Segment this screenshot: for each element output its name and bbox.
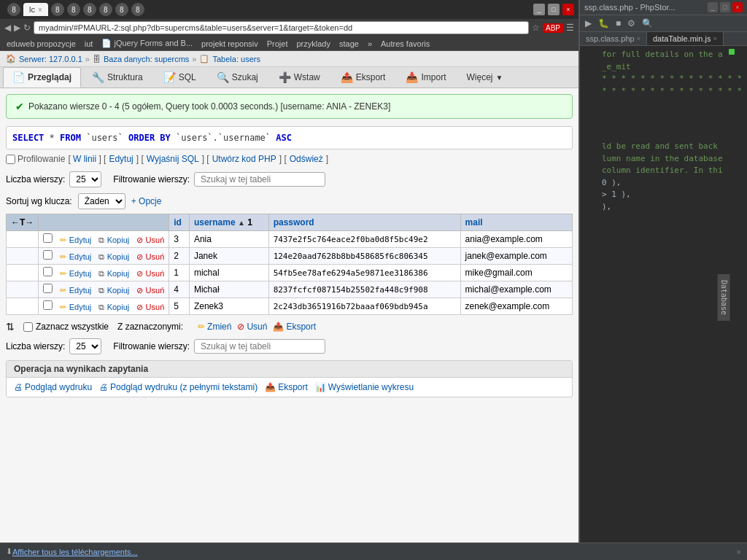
delete-row-link[interactable]: Usuń [146, 269, 165, 278]
bookmark-iut[interactable]: iut [82, 39, 96, 49]
bookmark-jquery[interactable]: 📄 jQuery Forms and B... [99, 38, 195, 49]
copy-row-link[interactable]: Kopiuj [107, 269, 130, 278]
window-maximize-btn[interactable]: □ [548, 4, 560, 15]
bookmark-more[interactable]: » [365, 39, 374, 49]
copy-row-link[interactable]: Kopiuj [107, 236, 130, 244]
search-ide-icon[interactable]: 🔍 [640, 17, 655, 30]
copy-row-link[interactable]: Kopiuj [107, 303, 130, 311]
bookmark-icon[interactable]: ☆ [532, 23, 540, 33]
breadcrumb-table-link[interactable]: Tabela: users [212, 55, 260, 63]
bookmark-przyklady[interactable]: przyklady [294, 39, 332, 49]
filter-input-2[interactable] [194, 339, 325, 354]
tab-export[interactable]: 📤 Eksport [331, 67, 395, 88]
tab-structure[interactable]: 🔧 Struktura [82, 67, 152, 88]
select-all-label[interactable]: Zaznacz wszystkie [23, 322, 109, 332]
rows-per-page-select-2[interactable]: 25 [69, 338, 101, 354]
ide-minimize-btn[interactable]: _ [708, 2, 718, 12]
breadcrumb-db-link[interactable]: Baza danych: supercms [104, 55, 189, 63]
edit-link[interactable]: Edytuj [109, 154, 133, 164]
ide-restore-btn[interactable]: □ [720, 2, 730, 12]
edit-row-link[interactable]: Edytuj [69, 303, 92, 311]
search-tab-icon: 🔍 [217, 71, 229, 83]
export-op-link[interactable]: 📤 Eksport [265, 382, 308, 392]
explain-link[interactable]: Wyjaśnij SQL [147, 154, 199, 164]
database-sidebar-label[interactable]: Database [717, 273, 729, 320]
refresh-icon[interactable]: ↻ [23, 23, 31, 33]
edit-row-link[interactable]: Edytuj [69, 236, 92, 244]
select-all-checkbox[interactable] [23, 322, 33, 332]
browser-tab-active[interactable]: lc × [23, 3, 48, 16]
edit-row-link[interactable]: Edytuj [69, 252, 92, 261]
delete-row-link[interactable]: Usuń [146, 303, 165, 311]
bookmark-autres[interactable]: Autres favoris [379, 39, 432, 49]
filter-input[interactable] [194, 172, 325, 187]
col-id[interactable]: id [169, 214, 190, 231]
edit-row-link[interactable]: Edytuj [69, 286, 92, 295]
profiling-checkbox-label[interactable]: Profilowanie [6, 154, 65, 164]
forward-icon[interactable]: ▶ [14, 23, 20, 33]
tab-close-btn[interactable]: × [38, 6, 42, 14]
row-checkbox[interactable] [43, 233, 53, 243]
sort-id-link[interactable]: id [174, 217, 182, 228]
tab-insert[interactable]: ➕ Wstaw [269, 67, 330, 88]
bookmark-stage[interactable]: stage [337, 39, 361, 49]
code-line-comment: ld be read and sent back [583, 141, 744, 153]
row-checkbox[interactable] [43, 300, 53, 310]
ide-close-btn[interactable]: × [732, 2, 743, 12]
delete-row-link[interactable]: Usuń [146, 252, 165, 261]
delete-row-link[interactable]: Usuń [146, 236, 165, 244]
create-php-link[interactable]: Utwórz kod PHP [212, 154, 276, 164]
col-mail[interactable]: mail [460, 214, 572, 231]
row-checkbox[interactable] [43, 267, 53, 276]
ide-tab-ssp-close[interactable]: × [637, 35, 640, 42]
ide-tab-datatable-close[interactable]: × [713, 35, 716, 42]
ide-tab-ssp[interactable]: ssp.class.php × [580, 32, 647, 45]
row-checkbox[interactable] [43, 250, 53, 260]
sort-mail-link[interactable]: mail [465, 217, 483, 228]
tab-import[interactable]: 📥 Import [396, 67, 455, 88]
tab-browse[interactable]: 📄 Przeglądaj [3, 67, 81, 88]
window-minimize-btn[interactable]: _ [533, 4, 545, 15]
sort-select[interactable]: Żaden [78, 193, 125, 209]
profiling-checkbox[interactable] [6, 155, 15, 164]
change-link[interactable]: ✏ Zmień [198, 322, 231, 332]
window-close-btn[interactable]: × [562, 4, 574, 15]
data-table: ←T→ id username ▲ 1 password [6, 214, 573, 315]
run-icon[interactable]: ▶ [583, 17, 594, 30]
options-link[interactable]: + Opcje [131, 196, 162, 206]
stop-icon[interactable]: ■ [614, 17, 623, 30]
address-bar[interactable]: myadmin/#PMAURL-2:sql.php?db=supercms&ta… [34, 21, 529, 34]
copy-row-link[interactable]: Kopiuj [107, 286, 130, 295]
bookmark-projet[interactable]: Projet [265, 39, 290, 49]
delete-zaznaczone-link[interactable]: ⊘ Usuń [237, 322, 267, 332]
cell-id: 1 [169, 265, 190, 281]
col-password[interactable]: password [268, 214, 460, 231]
delete-row-link[interactable]: Usuń [146, 286, 165, 295]
tab-more[interactable]: Więcej ▼ [457, 68, 512, 87]
sort-password-link[interactable]: password [274, 217, 314, 228]
ide-tab-datatable[interactable]: dataTable.min.js × [647, 32, 724, 45]
print-link[interactable]: 🖨 Podgląd wydruku [14, 382, 92, 392]
back-icon[interactable]: ◀ [4, 23, 11, 33]
bookmark-projekt[interactable]: projekt reponsiv [199, 39, 260, 49]
copy-row-link[interactable]: Kopiuj [107, 252, 130, 261]
export-zaznaczone-link[interactable]: 📤 Eksport [273, 322, 316, 332]
build-icon[interactable]: ⚙ [625, 17, 638, 30]
edit-row-link[interactable]: Edytuj [69, 269, 92, 278]
inline-link[interactable]: W linii [73, 154, 96, 164]
tab-search[interactable]: 🔍 Szukaj [207, 67, 268, 88]
display-chart-link[interactable]: 📊 Wyświetlanie wykresu [315, 382, 414, 392]
debug-icon[interactable]: 🐛 [596, 17, 611, 30]
breadcrumb-server-link[interactable]: Serwer: 127.0.0.1 [19, 55, 82, 63]
col-username[interactable]: username ▲ 1 [189, 214, 268, 231]
refresh-link[interactable]: Odśwież [290, 154, 323, 164]
menu-icon[interactable]: ☰ [566, 23, 574, 33]
tab-sql[interactable]: 📝 SQL [154, 67, 206, 88]
print-full-link[interactable]: 🖨 Podgląd wydruku (z pełnymi tekstami) [99, 382, 258, 392]
download-bar-close[interactable]: × [737, 548, 741, 556]
bookmark-eduweb[interactable]: eduweb propozycje [4, 39, 78, 49]
sort-username-link[interactable]: username [194, 217, 236, 228]
rows-per-page-select[interactable]: 25 [69, 171, 101, 187]
download-link[interactable]: Afficher tous les téléchargements... [12, 548, 138, 556]
row-checkbox[interactable] [43, 284, 53, 293]
